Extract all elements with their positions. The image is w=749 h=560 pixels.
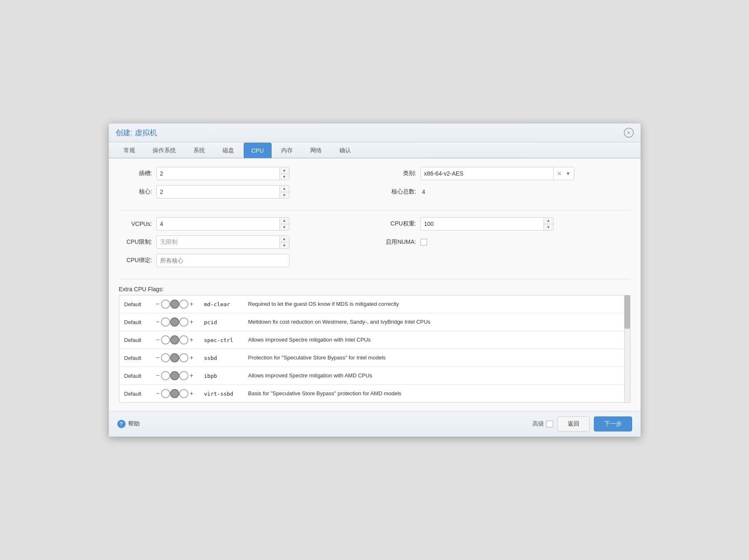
- flag-circle-mid-5[interactable]: [170, 389, 179, 398]
- flag-circle-off-0[interactable]: [161, 300, 170, 309]
- flag-circle-mid-0[interactable]: [170, 300, 179, 309]
- cpu-limit-up[interactable]: ▲: [280, 236, 289, 243]
- flag-circle-mid-2[interactable]: [170, 335, 179, 344]
- flag-name-4: ibpb: [204, 373, 242, 379]
- flag-minus-2[interactable]: −: [156, 336, 160, 344]
- vcpus-spinner[interactable]: ▲ ▼: [156, 217, 289, 230]
- flag-minus-1[interactable]: −: [156, 318, 160, 326]
- flag-name-0: md-clear: [204, 301, 242, 307]
- flag-desc-5: Basis for "Speculative Store Bypass" pro…: [248, 390, 625, 397]
- total-cores-value: 4: [420, 188, 425, 195]
- type-combo[interactable]: x86-64-v2-AES ✕ ▼: [420, 167, 574, 180]
- tab-操作系统[interactable]: 操作系统: [145, 142, 184, 159]
- dialog-body: 插槽: ▲ ▼ 类别: x86-64-v2-AES ✕: [109, 159, 640, 411]
- flag-plus-4[interactable]: +: [190, 372, 193, 379]
- cpu-weight-up[interactable]: ▲: [544, 218, 553, 224]
- socket-input[interactable]: [157, 170, 279, 177]
- help-icon[interactable]: ?: [117, 420, 126, 428]
- flag-toggle-0: − +: [156, 300, 198, 309]
- flag-toggle-5: − +: [156, 389, 198, 398]
- combo-buttons: ✕ ▼: [553, 167, 574, 180]
- advanced-checkbox[interactable]: [546, 421, 553, 427]
- flag-minus-3[interactable]: −: [156, 354, 160, 362]
- group-cpu-bind: CPU绑定:: [119, 254, 630, 267]
- flag-circle-off-1[interactable]: [161, 317, 170, 327]
- flag-circle-mid-4[interactable]: [170, 371, 179, 380]
- flag-name-1: pcid: [204, 319, 242, 325]
- tab-内存[interactable]: 内存: [273, 142, 301, 159]
- cpu-bind-input[interactable]: [156, 254, 289, 267]
- tab-常规[interactable]: 常规: [116, 142, 143, 159]
- socket-down[interactable]: ▼: [280, 174, 289, 180]
- socket-up[interactable]: ▲: [280, 167, 289, 174]
- flag-circle-on-2[interactable]: [179, 335, 188, 344]
- tab-CPU[interactable]: CPU: [244, 143, 272, 158]
- flag-circle-off-4[interactable]: [161, 371, 170, 380]
- socket-arrows: ▲ ▼: [279, 167, 289, 180]
- tab-磁盘[interactable]: 磁盘: [215, 142, 242, 159]
- group-numa: 启用NUMA:: [383, 238, 630, 246]
- cpu-limit-spinner[interactable]: ▲ ▼: [156, 235, 289, 249]
- flag-circles-3: [161, 353, 188, 362]
- scrollbar-track[interactable]: [624, 295, 630, 402]
- socket-spinner[interactable]: ▲ ▼: [156, 167, 289, 180]
- flag-circle-off-2[interactable]: [161, 335, 170, 344]
- flag-plus-1[interactable]: +: [190, 318, 193, 326]
- flag-circle-mid-3[interactable]: [170, 353, 179, 362]
- flag-minus-0[interactable]: −: [156, 300, 160, 308]
- flag-plus-0[interactable]: +: [190, 300, 193, 308]
- cpu-weight-input[interactable]: [421, 221, 544, 227]
- back-button[interactable]: 返回: [557, 416, 590, 431]
- numa-checkbox[interactable]: [420, 239, 427, 245]
- flag-circle-on-1[interactable]: [179, 317, 188, 327]
- flag-default-4: Default: [124, 373, 149, 379]
- tab-网络[interactable]: 网络: [302, 142, 330, 159]
- combo-clear-btn[interactable]: ✕: [555, 170, 564, 177]
- core-down[interactable]: ▼: [280, 192, 289, 198]
- flag-circle-on-5[interactable]: [179, 389, 188, 398]
- dialog: 创建: 虚拟机 × 常规操作系统系统磁盘CPU内存网络确认 插槽: ▲ ▼: [109, 123, 641, 437]
- footer-right: 高级 返回 下一步: [532, 416, 632, 431]
- footer-left: ? 帮助: [117, 420, 140, 428]
- tab-确认[interactable]: 确认: [331, 142, 359, 159]
- numa-label: 启用NUMA:: [383, 238, 416, 246]
- cpu-limit-input[interactable]: [157, 239, 279, 245]
- flag-minus-5[interactable]: −: [156, 390, 160, 397]
- core-spinner[interactable]: ▲ ▼: [156, 185, 289, 198]
- flag-default-2: Default: [124, 337, 149, 343]
- dialog-footer: ? 帮助 高级 返回 下一步: [109, 411, 640, 436]
- next-button[interactable]: 下一步: [594, 416, 632, 431]
- flag-minus-4[interactable]: −: [156, 372, 160, 379]
- vcpus-input[interactable]: [157, 221, 279, 227]
- advanced-label: 高级: [532, 420, 544, 428]
- flag-circle-on-3[interactable]: [179, 353, 188, 362]
- flag-circle-mid-1[interactable]: [170, 317, 179, 327]
- row-cpu-bind: CPU绑定:: [119, 254, 630, 267]
- vcpus-down[interactable]: ▼: [280, 224, 289, 230]
- cpu-weight-down[interactable]: ▼: [544, 224, 553, 230]
- combo-arrow-btn[interactable]: ▼: [564, 171, 572, 176]
- flag-circle-off-5[interactable]: [161, 389, 170, 398]
- flag-circles-1: [161, 317, 188, 327]
- tab-系统[interactable]: 系统: [185, 142, 213, 159]
- close-button[interactable]: ×: [624, 128, 634, 138]
- flag-circles-5: [161, 389, 188, 398]
- vcpus-up[interactable]: ▲: [280, 218, 289, 224]
- vcpus-label: VCPUs:: [119, 221, 152, 227]
- group-total-cores: 核心总数: 4: [383, 188, 630, 196]
- flag-circle-on-0[interactable]: [179, 300, 188, 309]
- flag-plus-3[interactable]: +: [190, 354, 193, 362]
- scrollbar-thumb[interactable]: [624, 295, 630, 329]
- flag-plus-2[interactable]: +: [190, 336, 193, 344]
- flag-default-1: Default: [124, 319, 149, 325]
- flag-row-1: Default − + pcid Meltdown fix cost reduc…: [119, 313, 630, 331]
- core-input[interactable]: [157, 188, 279, 195]
- flag-default-0: Default: [124, 301, 149, 307]
- cpu-weight-arrows: ▲ ▼: [544, 218, 553, 230]
- flag-circle-off-3[interactable]: [161, 353, 170, 362]
- flag-plus-5[interactable]: +: [190, 390, 193, 397]
- flag-circle-on-4[interactable]: [179, 371, 188, 380]
- cpu-weight-spinner[interactable]: ▲ ▼: [420, 217, 554, 230]
- core-up[interactable]: ▲: [280, 186, 289, 192]
- cpu-limit-down[interactable]: ▼: [280, 243, 289, 249]
